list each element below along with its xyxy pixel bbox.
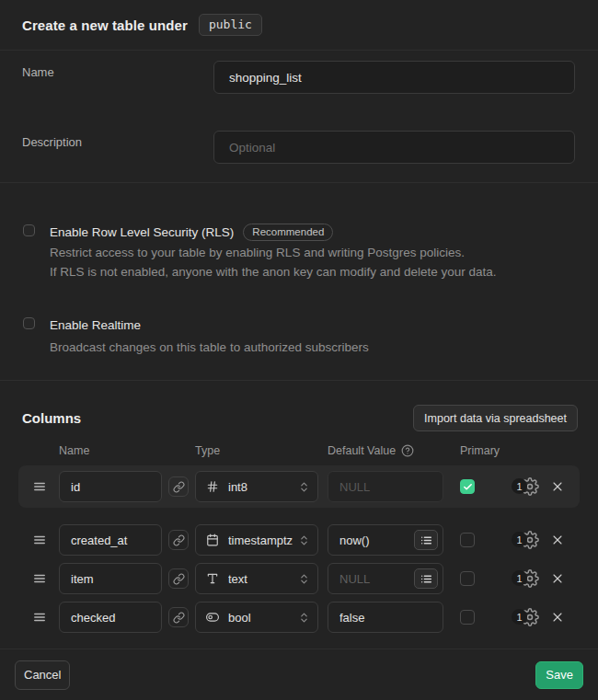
help-circle-icon[interactable] bbox=[401, 444, 414, 457]
realtime-checkbox[interactable] bbox=[23, 317, 35, 329]
panel-title: Create a new table under bbox=[22, 17, 188, 33]
drag-handle-icon[interactable] bbox=[33, 572, 46, 585]
rls-label: Enable Row Level Security (RLS) bbox=[50, 225, 234, 239]
rls-checkbox[interactable] bbox=[23, 224, 35, 236]
recommended-badge: Recommended bbox=[243, 224, 333, 241]
remove-column-button[interactable] bbox=[550, 533, 565, 547]
column-type-label: timestamptz bbox=[228, 534, 298, 547]
columns-grid-headers: Name Type Default Value Primary bbox=[0, 444, 598, 456]
table-options-section: Enable Row Level Security (RLS) Recommen… bbox=[0, 183, 598, 381]
chevrons-up-down-icon bbox=[298, 534, 310, 546]
column-settings-button[interactable]: 1 bbox=[521, 477, 539, 496]
column-row: int8 1 bbox=[18, 465, 580, 508]
calendar-icon bbox=[206, 534, 219, 546]
name-field-row: Name bbox=[22, 61, 575, 94]
header-type: Type bbox=[195, 444, 220, 457]
chevrons-up-down-icon bbox=[298, 481, 310, 493]
drag-handle-icon[interactable] bbox=[33, 611, 46, 624]
settings-count-badge: 1 bbox=[512, 478, 527, 494]
remove-column-button[interactable] bbox=[550, 479, 565, 494]
name-input[interactable] bbox=[213, 61, 575, 94]
default-value-input[interactable] bbox=[328, 471, 443, 502]
panel-header: Create a new table under public bbox=[0, 0, 598, 51]
import-data-button[interactable]: Import data via spreadsheet bbox=[413, 405, 578, 431]
column-name-input[interactable] bbox=[59, 563, 162, 594]
table-details-section: Name Description bbox=[0, 51, 598, 183]
realtime-toggle-block: Enable Realtime Broadcast changes on thi… bbox=[23, 317, 576, 357]
settings-count-badge: 1 bbox=[512, 609, 527, 625]
realtime-description: Broadcast changes on this table to autho… bbox=[50, 338, 369, 357]
remove-column-button[interactable] bbox=[550, 571, 565, 586]
column-row: timestamptz 1 bbox=[18, 523, 580, 557]
panel-footer: Cancel Save bbox=[0, 648, 598, 700]
foreign-key-link-button[interactable] bbox=[168, 476, 189, 497]
description-input[interactable] bbox=[213, 131, 575, 164]
primary-checkbox[interactable] bbox=[460, 571, 475, 586]
column-settings-button[interactable]: 1 bbox=[521, 608, 539, 626]
primary-checkbox[interactable] bbox=[460, 479, 475, 494]
settings-count-badge: 1 bbox=[512, 570, 527, 586]
default-suggestions-button[interactable] bbox=[414, 568, 438, 589]
save-button[interactable]: Save bbox=[535, 661, 583, 689]
columns-title: Columns bbox=[22, 410, 81, 426]
create-table-panel: Create a new table under public Name Des… bbox=[0, 0, 598, 700]
drag-handle-icon[interactable] bbox=[33, 534, 46, 546]
column-type-select[interactable]: int8 bbox=[195, 471, 318, 502]
remove-column-button[interactable] bbox=[550, 610, 565, 625]
rls-description-line2: If RLS is not enabled, anyone with the a… bbox=[50, 262, 497, 281]
drag-handle-icon[interactable] bbox=[33, 480, 46, 493]
header-default-value: Default Value bbox=[328, 444, 396, 457]
text-type-icon bbox=[206, 572, 219, 585]
chevrons-up-down-icon bbox=[298, 573, 310, 585]
column-type-select[interactable]: timestamptz bbox=[195, 524, 318, 556]
description-field-row: Description bbox=[22, 131, 575, 164]
foreign-key-link-button[interactable] bbox=[168, 607, 189, 627]
column-settings-button[interactable]: 1 bbox=[521, 569, 539, 588]
foreign-key-link-button[interactable] bbox=[168, 530, 189, 550]
primary-checkbox[interactable] bbox=[460, 610, 475, 625]
rls-description-line1: Restrict access to your table by enablin… bbox=[50, 243, 497, 262]
rls-toggle-block: Enable Row Level Security (RLS) Recommen… bbox=[23, 224, 576, 281]
column-type-label: text bbox=[228, 572, 298, 586]
realtime-label: Enable Realtime bbox=[50, 318, 141, 332]
column-settings-button[interactable]: 1 bbox=[521, 531, 539, 549]
default-suggestions-button[interactable] bbox=[414, 530, 438, 550]
settings-count-badge: 1 bbox=[512, 532, 527, 547]
toggle-icon bbox=[206, 611, 219, 624]
hash-icon bbox=[206, 480, 219, 493]
default-value-input[interactable] bbox=[328, 602, 443, 633]
schema-badge: public bbox=[199, 14, 262, 36]
column-type-select[interactable]: text bbox=[195, 563, 318, 594]
column-type-label: bool bbox=[228, 611, 298, 625]
columns-rows: int8 1 timestamptz bbox=[0, 465, 598, 634]
column-type-label: int8 bbox=[228, 480, 298, 494]
name-label: Name bbox=[22, 65, 213, 79]
column-name-input[interactable] bbox=[59, 602, 162, 633]
chevrons-up-down-icon bbox=[298, 612, 310, 624]
columns-section: Columns Import data via spreadsheet Name… bbox=[0, 381, 598, 648]
description-label: Description bbox=[22, 135, 213, 149]
column-name-input[interactable] bbox=[59, 471, 162, 502]
column-row: bool 1 bbox=[18, 601, 580, 634]
foreign-key-link-button[interactable] bbox=[168, 568, 189, 589]
cancel-button[interactable]: Cancel bbox=[15, 660, 70, 690]
column-row: text 1 bbox=[18, 562, 580, 595]
column-type-select[interactable]: bool bbox=[195, 602, 318, 633]
header-primary: Primary bbox=[460, 444, 500, 457]
header-name: Name bbox=[59, 444, 89, 457]
primary-checkbox[interactable] bbox=[460, 533, 475, 547]
column-name-input[interactable] bbox=[59, 524, 162, 556]
